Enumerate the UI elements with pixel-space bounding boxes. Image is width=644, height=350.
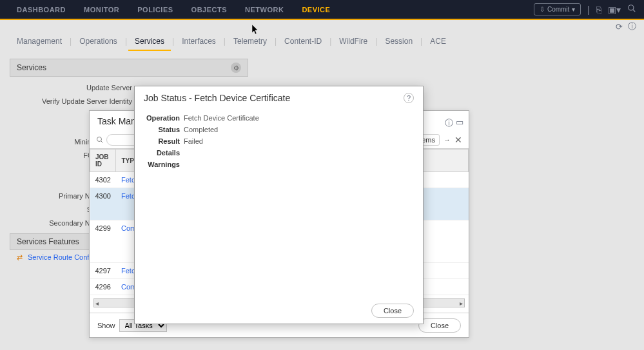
job-close-button[interactable]: Close — [371, 304, 414, 318]
tab-content-id[interactable]: Content-ID — [278, 33, 328, 51]
svg-point-2 — [97, 137, 102, 142]
tab-session[interactable]: Session — [378, 33, 419, 51]
help-icon[interactable]: ⓘ — [628, 21, 636, 32]
value-status: Completed — [184, 126, 218, 133]
search-icon — [96, 136, 104, 144]
commit-button[interactable]: ⇩ Commit ▾ — [534, 3, 581, 15]
features-header-label: Services Features — [17, 237, 79, 246]
services-header: Services ⚙ — [10, 59, 248, 77]
filter-icon[interactable]: ⎘ — [596, 5, 601, 15]
label-update-server: Update Server — [86, 84, 132, 92]
top-bar: DASHBOARD MONITOR POLICIES OBJECTS NETWO… — [0, 0, 644, 20]
svg-line-1 — [633, 10, 636, 12]
nav-monitor[interactable]: MONITOR — [75, 0, 128, 19]
job-body: Operation Fetch Device Certificate Statu… — [135, 110, 423, 173]
help-icon[interactable]: ? — [404, 93, 414, 103]
cell-job-id: 4300 — [90, 188, 116, 220]
col-job-id[interactable]: JOB ID — [90, 150, 116, 172]
utility-bar: ⟳ ⓘ — [0, 20, 644, 33]
value-result: Failed — [184, 137, 203, 145]
label-details: Details — [144, 149, 180, 157]
task-close-button[interactable]: Close — [418, 318, 461, 333]
tab-services[interactable]: Services — [128, 33, 171, 51]
cell-job-id: 4299 — [90, 220, 116, 263]
tab-operations[interactable]: Operations — [73, 33, 124, 51]
commit-icon: ⇩ — [540, 6, 545, 13]
label-status: Status — [144, 126, 180, 133]
box-icon[interactable]: ▣▾ — [608, 5, 621, 15]
nav-device[interactable]: DEVICE — [293, 0, 339, 19]
divider-icon: | — [587, 5, 590, 15]
topbar-right: ⇩ Commit ▾ | ⎘ ▣▾ — [534, 3, 636, 15]
nav-network[interactable]: NETWORK — [236, 0, 293, 19]
svg-line-3 — [101, 141, 103, 143]
job-status-title: Job Status - Fetch Device Certificate — [144, 93, 290, 103]
task-help-icon[interactable]: ⓘ — [445, 117, 453, 129]
cell-job-id: 4297 — [90, 263, 116, 279]
gear-icon[interactable]: ⚙ — [231, 63, 241, 73]
tab-telemetry[interactable]: Telemetry — [227, 33, 273, 51]
content-area: ⟳ ⓘ Management | Operations | Services |… — [0, 20, 644, 350]
task-window-icon[interactable]: ▭ — [456, 117, 463, 129]
job-footer: Close — [135, 298, 423, 324]
label-warnings: Warnings — [144, 160, 180, 168]
top-nav: DASHBOARD MONITOR POLICIES OBJECTS NETWO… — [8, 0, 339, 19]
show-label: Show — [97, 322, 115, 329]
search-icon[interactable] — [627, 4, 636, 15]
svg-point-0 — [629, 5, 634, 10]
tab-ace[interactable]: ACE — [424, 33, 453, 51]
scroll-right-icon[interactable]: ▸ — [460, 300, 463, 307]
nav-dashboard[interactable]: DASHBOARD — [8, 0, 75, 19]
tab-management[interactable]: Management — [10, 33, 68, 51]
route-icon: ⇄ — [15, 253, 24, 262]
chevron-down-icon: ▾ — [572, 6, 575, 13]
sub-tabs: Management | Operations | Services | Int… — [0, 33, 644, 51]
scroll-left-icon[interactable]: ◂ — [95, 300, 99, 307]
close-icon[interactable]: ✕ — [454, 135, 462, 145]
commit-label: Commit — [547, 6, 569, 13]
value-operation: Fetch Device Certificate — [184, 114, 259, 122]
label-result: Result — [144, 137, 180, 145]
label-operation: Operation — [144, 114, 180, 122]
label-verify-identity: Verify Update Server Identity — [42, 97, 132, 105]
cell-job-id: 4296 — [90, 279, 116, 295]
job-header: Job Status - Fetch Device Certificate ? — [135, 86, 423, 110]
job-status-modal: Job Status - Fetch Device Certificate ? … — [134, 86, 424, 324]
refresh-icon[interactable]: ⟳ — [616, 22, 623, 32]
arrow-right-icon[interactable]: → — [444, 136, 451, 144]
cell-job-id: 4302 — [90, 172, 116, 188]
nav-policies[interactable]: POLICIES — [128, 0, 182, 19]
tab-interfaces[interactable]: Interfaces — [175, 33, 222, 51]
services-header-label: Services — [17, 63, 46, 72]
nav-objects[interactable]: OBJECTS — [182, 0, 236, 19]
tab-wildfire[interactable]: WildFire — [333, 33, 374, 51]
